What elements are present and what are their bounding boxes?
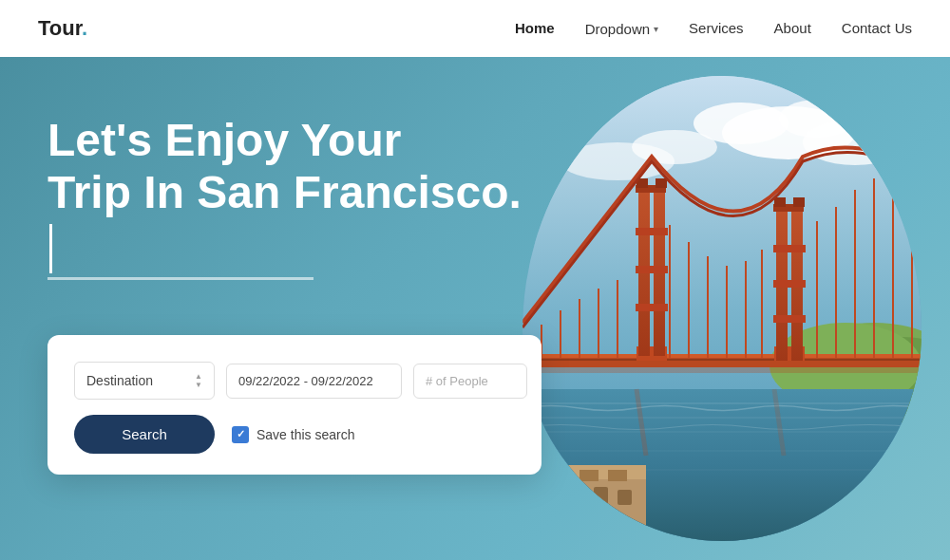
search-box: Destination ▲▼ 09/22/2022 - 09/22/2022 #… <box>48 335 542 475</box>
bridge-svg <box>522 76 922 541</box>
svg-rect-47 <box>774 197 786 207</box>
save-search-checkbox[interactable]: ✓ <box>232 426 249 443</box>
svg-rect-44 <box>773 245 806 252</box>
svg-rect-21 <box>608 470 627 481</box>
nav-link-contact[interactable]: Contact Us <box>842 20 912 36</box>
logo: Tour. <box>38 16 87 41</box>
svg-rect-20 <box>580 470 598 481</box>
nav-item-services[interactable]: Services <box>689 20 744 37</box>
svg-rect-38 <box>656 178 667 188</box>
search-button[interactable]: Search <box>74 415 215 454</box>
hero-title-line2: Trip In San Francisco. <box>48 167 522 270</box>
cursor-blink <box>49 224 52 273</box>
select-arrows-icon: ▲▼ <box>195 372 202 389</box>
svg-rect-48 <box>793 197 805 207</box>
search-row: Destination ▲▼ 09/22/2022 - 09/22/2022 #… <box>74 362 515 400</box>
svg-rect-46 <box>773 315 806 323</box>
svg-rect-27 <box>522 354 922 358</box>
navbar: Tour. Home Dropdown ▾ Services About Con… <box>0 0 950 57</box>
nav-link-dropdown[interactable]: Dropdown ▾ <box>585 21 658 37</box>
destination-label: Destination <box>86 373 153 388</box>
hero-title: Let's Enjoy Your Trip In San Francisco. <box>48 114 522 273</box>
people-placeholder: # of People <box>426 374 488 388</box>
hero-image <box>522 76 922 541</box>
checkmark-icon: ✓ <box>237 428 245 440</box>
logo-dot: . <box>82 16 87 40</box>
svg-rect-22 <box>546 484 560 505</box>
date-value: 09/22/2022 - 09/22/2022 <box>238 374 373 388</box>
svg-rect-24 <box>594 487 608 505</box>
nav-item-contact[interactable]: Contact Us <box>842 20 912 37</box>
svg-rect-25 <box>618 490 632 505</box>
svg-rect-23 <box>570 489 584 505</box>
nav-link-home[interactable]: Home <box>515 20 555 36</box>
save-search-label[interactable]: ✓ Save this search <box>232 426 355 443</box>
svg-rect-66 <box>522 367 922 373</box>
hero-content: Let's Enjoy Your Trip In San Francisco. <box>48 114 522 280</box>
destination-select[interactable]: Destination ▲▼ <box>74 362 215 400</box>
nav-links: Home Dropdown ▾ Services About Contact U… <box>515 20 912 37</box>
hero-image-inner <box>522 76 922 541</box>
hero-section: Let's Enjoy Your Trip In San Francisco. … <box>0 57 950 560</box>
date-range-input[interactable]: 09/22/2022 - 09/22/2022 <box>226 364 402 399</box>
nav-item-home[interactable]: Home <box>515 20 555 37</box>
svg-point-6 <box>850 113 917 143</box>
hero-title-line1: Let's Enjoy Your <box>48 115 401 165</box>
save-search-text: Save this search <box>256 427 355 442</box>
nav-link-about[interactable]: About <box>774 20 811 36</box>
nav-item-about[interactable]: About <box>774 20 811 37</box>
chevron-down-icon: ▾ <box>654 24 658 34</box>
logo-text: Tour <box>38 16 82 40</box>
svg-rect-45 <box>773 280 806 288</box>
svg-rect-35 <box>636 266 668 273</box>
svg-rect-28 <box>522 359 922 361</box>
nav-link-services[interactable]: Services <box>689 20 744 36</box>
svg-rect-34 <box>636 228 668 235</box>
svg-rect-19 <box>551 470 570 481</box>
svg-rect-36 <box>636 304 668 311</box>
nav-item-dropdown[interactable]: Dropdown ▾ <box>585 21 658 37</box>
search-actions: Search ✓ Save this search <box>74 415 515 454</box>
hero-underline <box>48 277 314 280</box>
people-input[interactable]: # of People <box>413 364 527 399</box>
